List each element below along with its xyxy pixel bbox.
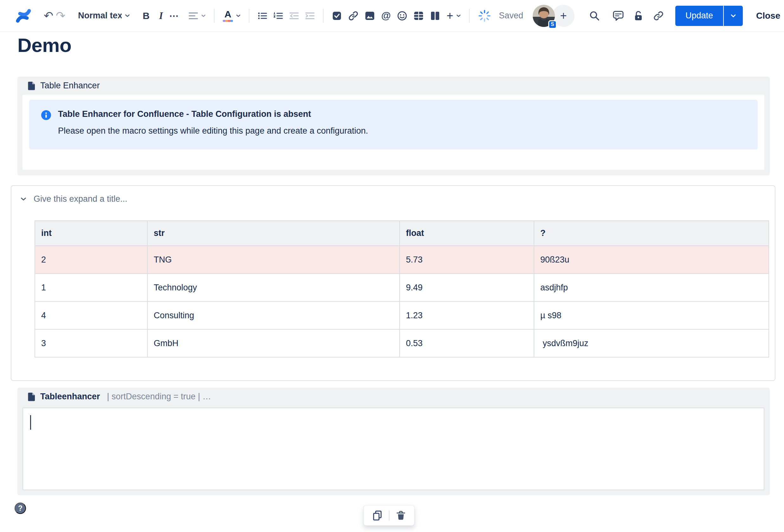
text-color-icon: A bbox=[223, 9, 233, 22]
table-row[interactable]: 3 GmbH 0.53 ysdvßm9juz bbox=[35, 329, 769, 357]
image-icon bbox=[365, 11, 375, 21]
sync-spinner-icon bbox=[478, 9, 491, 23]
table-enhancer-macro[interactable]: Table Enhancer Table Enhancer fo bbox=[18, 77, 770, 175]
text-style-label: Normal text bbox=[78, 11, 122, 21]
info-icon bbox=[41, 110, 51, 137]
macro-params: | sortDescending = true | … bbox=[107, 392, 211, 402]
table-cell[interactable]: 3 bbox=[35, 329, 147, 357]
chevron-down-icon bbox=[125, 14, 130, 18]
text-color-dropdown[interactable]: A bbox=[223, 9, 241, 22]
alignment-dropdown[interactable] bbox=[189, 12, 206, 20]
info-panel: Table Enhancer for Confluence - Table Co… bbox=[29, 100, 758, 149]
update-button[interactable]: Update bbox=[675, 6, 723, 26]
layouts-button[interactable] bbox=[430, 11, 440, 21]
table-row[interactable]: 4 Consulting 1.23 µ s98 bbox=[35, 301, 769, 329]
unlock-icon bbox=[634, 10, 644, 21]
macro-body-editor[interactable] bbox=[23, 408, 764, 490]
question-icon: ? bbox=[18, 504, 23, 513]
table-cell[interactable]: ysdvßm9juz bbox=[534, 329, 769, 357]
outdent-button[interactable] bbox=[289, 11, 299, 20]
column-header[interactable]: int bbox=[35, 221, 147, 246]
comments-button[interactable] bbox=[613, 10, 624, 21]
numbered-list-icon bbox=[274, 11, 283, 20]
update-options-button[interactable] bbox=[723, 6, 743, 26]
avatar-status-badge: S bbox=[548, 20, 557, 29]
close-button[interactable]: Close bbox=[756, 11, 780, 21]
delete-node-button[interactable] bbox=[394, 508, 408, 523]
table-cell[interactable]: 9.49 bbox=[400, 274, 534, 301]
page-title[interactable]: Demo bbox=[18, 34, 71, 56]
macro-header: Tableenhancer | sortDescending = true | … bbox=[18, 388, 770, 402]
table-cell[interactable]: 5.73 bbox=[400, 246, 534, 274]
table-cell[interactable]: 90ß23u bbox=[534, 246, 769, 274]
toolbar-divider bbox=[323, 9, 324, 23]
table-cell[interactable]: TNG bbox=[147, 246, 400, 274]
undo-button[interactable]: ↶ bbox=[44, 10, 53, 22]
restrictions-button[interactable] bbox=[634, 10, 644, 21]
insert-image-button[interactable] bbox=[365, 11, 375, 21]
help-button[interactable]: ? bbox=[15, 503, 26, 514]
trash-icon bbox=[396, 510, 405, 521]
bold-icon: B bbox=[143, 10, 149, 21]
italic-button[interactable]: I bbox=[159, 10, 163, 22]
document-icon bbox=[28, 392, 35, 401]
undo-icon: ↶ bbox=[44, 10, 53, 22]
confluence-logo bbox=[16, 9, 31, 23]
table-cell[interactable]: Consulting bbox=[147, 301, 400, 329]
document-icon bbox=[28, 81, 35, 90]
mention-icon: @ bbox=[381, 10, 391, 22]
mention-button[interactable]: @ bbox=[381, 10, 391, 22]
macro-name: Tableenhancer bbox=[40, 392, 100, 402]
table-cell[interactable]: 1.23 bbox=[400, 301, 534, 329]
plus-icon: + bbox=[560, 9, 567, 23]
tableenhancer-macro[interactable]: Tableenhancer | sortDescending = true | … bbox=[18, 388, 770, 495]
expand-title-placeholder[interactable]: Give this expand a title... bbox=[34, 194, 128, 204]
text-style-dropdown[interactable]: Normal text bbox=[78, 11, 130, 21]
table-cell[interactable]: 0.53 bbox=[400, 329, 534, 357]
indent-button[interactable] bbox=[305, 11, 315, 20]
avatar[interactable]: S bbox=[533, 5, 555, 27]
bullet-list-icon bbox=[258, 11, 267, 20]
info-title: Table Enhancer for Confluence - Table Co… bbox=[58, 109, 368, 120]
copy-node-button[interactable] bbox=[370, 508, 384, 523]
outdent-icon bbox=[289, 11, 299, 20]
table-cell[interactable]: 1 bbox=[35, 274, 147, 301]
table-cell[interactable]: asdjhfp bbox=[534, 274, 769, 301]
link-icon bbox=[348, 11, 358, 21]
insert-more-button[interactable]: + bbox=[447, 10, 461, 22]
save-status: Saved bbox=[499, 11, 523, 21]
table-cell[interactable]: Technology bbox=[147, 274, 400, 301]
macro-body: Table Enhancer for Confluence - Table Co… bbox=[23, 95, 764, 170]
macro-label: Table Enhancer bbox=[40, 81, 100, 91]
redo-icon: ↷ bbox=[56, 10, 65, 22]
chevron-down-icon bbox=[201, 14, 206, 18]
bold-button[interactable]: B bbox=[143, 10, 149, 21]
column-header[interactable]: float bbox=[400, 221, 534, 246]
table-cell[interactable]: 4 bbox=[35, 301, 147, 329]
numbered-list-button[interactable] bbox=[274, 11, 283, 20]
plus-icon: + bbox=[447, 10, 453, 22]
chevron-down-icon bbox=[236, 14, 241, 18]
columns-icon bbox=[430, 11, 440, 21]
redo-button[interactable]: ↷ bbox=[53, 10, 65, 22]
copy-link-button[interactable] bbox=[653, 10, 664, 21]
task-list-button[interactable] bbox=[332, 11, 342, 21]
table-row[interactable]: 1 Technology 9.49 asdjhfp bbox=[35, 274, 769, 301]
more-formatting-button[interactable]: ⋯ bbox=[169, 10, 179, 21]
search-button[interactable] bbox=[589, 10, 600, 21]
table-cell[interactable]: 2 bbox=[35, 246, 147, 274]
more-formatting-icon: ⋯ bbox=[169, 10, 179, 21]
insert-table-button[interactable] bbox=[414, 11, 424, 21]
editor-toolbar: ↶ ↷ Normal text B I ⋯ bbox=[0, 0, 784, 32]
bullet-list-button[interactable] bbox=[258, 11, 267, 20]
column-header[interactable]: str bbox=[147, 221, 400, 246]
table-cell[interactable]: GmbH bbox=[147, 329, 400, 357]
table-icon bbox=[414, 11, 424, 21]
expand-chevron-icon[interactable] bbox=[20, 197, 27, 201]
emoji-button[interactable] bbox=[397, 11, 407, 21]
copy-icon bbox=[372, 510, 383, 521]
table-row[interactable]: 2 TNG 5.73 90ß23u bbox=[35, 246, 769, 274]
table-cell[interactable]: µ s98 bbox=[534, 301, 769, 329]
insert-link-button[interactable] bbox=[348, 11, 358, 21]
column-header[interactable]: ? bbox=[534, 221, 769, 246]
